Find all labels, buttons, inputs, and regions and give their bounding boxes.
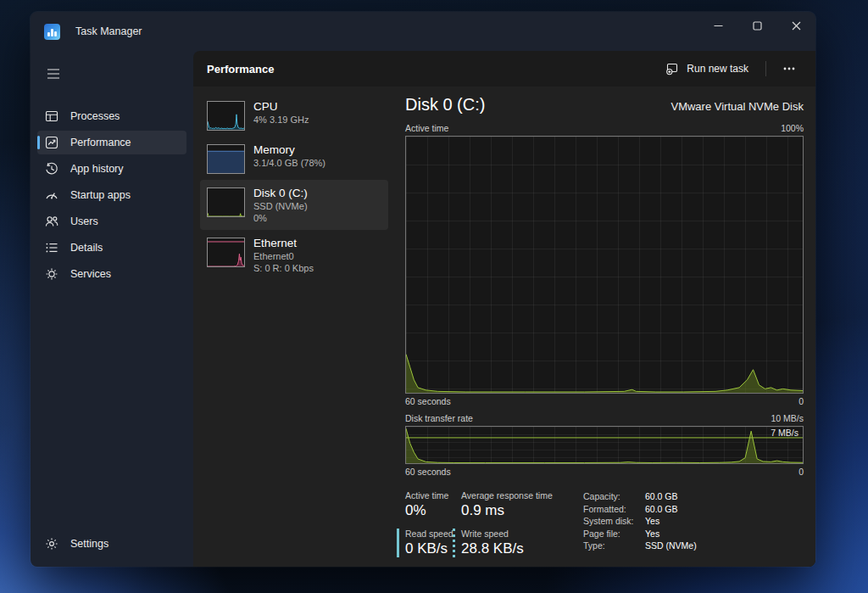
sidebar-item-processes[interactable]: Processes — [37, 104, 186, 128]
hamburger-icon — [47, 68, 60, 80]
transfer-rate-chart-label: Disk transfer rate — [405, 413, 473, 423]
active-time-stat-value: 0% — [405, 502, 461, 519]
perf-item-title: Disk 0 (C:) — [253, 186, 308, 200]
minimize-button[interactable] — [698, 12, 737, 39]
sidebar-item-startup-apps[interactable]: Startup apps — [37, 183, 186, 207]
kv-key: Page file: — [583, 528, 645, 540]
avg-response-value: 0.9 ms — [461, 502, 549, 519]
transfer-peak-label: 7 MB/s — [771, 428, 798, 438]
device-name: VMware Virtual NVMe Disk — [670, 100, 804, 113]
disk-mini-chart — [207, 187, 245, 217]
sidebar-item-details[interactable]: Details — [37, 236, 186, 260]
header-divider — [765, 61, 766, 76]
cpu-mini-chart — [207, 101, 245, 131]
more-options-button[interactable] — [775, 58, 804, 80]
disk-properties: Capacity:60.0 GB Formatted:60.0 GB Syste… — [583, 490, 697, 567]
maximize-button[interactable] — [737, 12, 776, 39]
minimize-icon — [714, 21, 723, 31]
kv-value: 60.0 GB — [645, 490, 678, 503]
sidebar: Processes Performance App history Startu… — [31, 51, 193, 567]
write-speed-label: Write speed — [461, 529, 549, 539]
active-time-stat-label: Active time — [405, 490, 461, 501]
sidebar-item-label: Users — [70, 215, 98, 227]
content-area: Performance Run new task — [193, 51, 815, 567]
ethernet-mini-chart — [207, 238, 245, 267]
transfer-rate-xlabel: 60 seconds — [405, 467, 451, 477]
write-speed-stat: Write speed 28.8 KB/s — [453, 529, 549, 557]
sidebar-item-performance[interactable]: Performance — [37, 131, 186, 154]
maximize-icon — [753, 21, 762, 31]
perf-item-detail: 0% — [253, 212, 308, 224]
processes-icon — [45, 109, 58, 123]
content-header: Performance Run new task — [193, 51, 815, 87]
run-new-task-icon — [665, 62, 679, 76]
app-history-icon — [45, 162, 58, 176]
sidebar-item-app-history[interactable]: App history — [37, 157, 186, 181]
kv-key: Type: — [583, 540, 645, 552]
perf-item-cpu[interactable]: CPU 4% 3.19 GHz — [200, 93, 388, 137]
sidebar-item-label: Details — [70, 242, 103, 254]
perf-item-memory[interactable]: Memory 3.1/4.0 GB (78%) — [200, 137, 388, 180]
run-new-task-button[interactable]: Run new task — [657, 57, 757, 81]
perf-item-detail: 3.1/4.0 GB (78%) — [253, 157, 326, 169]
read-speed-stat: Read speed 0 KB/s — [397, 529, 461, 557]
sidebar-item-label: App history — [70, 163, 124, 175]
services-icon — [45, 267, 58, 281]
kv-key: Formatted: — [583, 503, 645, 516]
navigation-menu-button[interactable] — [37, 59, 70, 88]
detail-title: Disk 0 (C:) — [405, 95, 485, 115]
active-time-xlabel: 60 seconds — [405, 396, 451, 406]
memory-mini-chart — [207, 144, 245, 174]
avg-response-label: Average response time — [461, 490, 549, 501]
run-new-task-label: Run new task — [687, 63, 748, 75]
page-title: Performance — [207, 63, 274, 76]
transfer-rate-chart: 7 MB/s — [405, 426, 804, 464]
kv-value: SSD (NVMe) — [645, 540, 697, 552]
kv-value: Yes — [645, 528, 659, 540]
startup-apps-icon — [45, 188, 58, 202]
sidebar-item-label: Performance — [70, 137, 131, 148]
perf-item-detail: Ethernet0 — [253, 250, 314, 262]
active-time-chart — [405, 136, 804, 394]
close-icon — [792, 21, 801, 31]
task-manager-app-icon — [44, 24, 60, 40]
performance-icon — [45, 136, 58, 149]
disk-detail-panel: Disk 0 (C:) VMware Virtual NVMe Disk Act… — [405, 93, 805, 567]
disk-stats: Active time 0% Read speed 0 KB/s Average… — [405, 490, 804, 567]
kv-key: Capacity: — [583, 490, 645, 503]
transfer-rate-xright: 0 — [798, 467, 804, 477]
kv-value: Yes — [645, 515, 659, 528]
ellipsis-icon — [783, 67, 795, 70]
perf-item-detail: 4% 3.19 GHz — [253, 114, 309, 126]
sidebar-item-label: Processes — [70, 110, 120, 122]
users-icon — [45, 215, 58, 228]
close-button[interactable] — [776, 12, 815, 39]
sidebar-item-services[interactable]: Services — [37, 262, 186, 286]
active-time-chart-max: 100% — [781, 123, 804, 133]
perf-item-detail: S: 0 R: 0 Kbps — [253, 262, 314, 274]
transfer-rate-chart-max: 10 MB/s — [771, 413, 804, 423]
active-time-chart-label: Active time — [405, 123, 448, 133]
titlebar: Task Manager — [31, 12, 815, 51]
gear-icon — [45, 537, 58, 551]
task-manager-window: Task Manager Processes — [31, 12, 815, 567]
sidebar-item-settings[interactable]: Settings — [37, 532, 186, 556]
sidebar-item-label: Startup apps — [70, 189, 131, 201]
kv-key: System disk: — [583, 515, 645, 528]
perf-item-disk[interactable]: Disk 0 (C:) SSD (NVMe) 0% — [200, 180, 388, 230]
perf-item-ethernet[interactable]: Ethernet Ethernet0 S: 0 R: 0 Kbps — [200, 230, 388, 280]
sidebar-item-users[interactable]: Users — [37, 210, 186, 233]
write-speed-value: 28.8 KB/s — [461, 540, 549, 557]
sidebar-item-label: Settings — [70, 538, 108, 550]
performance-metric-list: CPU 4% 3.19 GHz Memory 3.1/4.0 GB (78%) — [200, 93, 388, 567]
perf-item-detail: SSD (NVMe) — [253, 200, 308, 212]
active-time-xright: 0 — [798, 396, 804, 406]
perf-item-title: CPU — [253, 99, 309, 114]
perf-item-title: Ethernet — [253, 236, 314, 250]
kv-value: 60.0 GB — [645, 503, 678, 516]
details-icon — [45, 241, 58, 255]
sidebar-item-label: Services — [70, 268, 111, 280]
window-title: Task Manager — [75, 25, 142, 37]
perf-item-title: Memory — [253, 143, 326, 157]
